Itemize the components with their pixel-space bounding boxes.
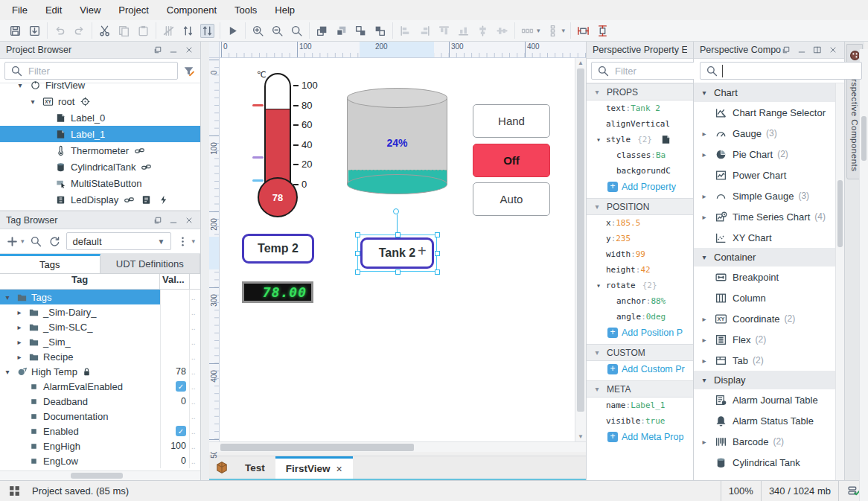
tree-caret-icon[interactable]: ▸ [15,323,24,331]
item-caret-icon[interactable]: ▸ [700,357,709,365]
tree-caret-icon[interactable]: ▾ [28,98,37,106]
property-value[interactable]: true [645,416,666,426]
section-caret-icon[interactable]: ▾ [593,88,601,96]
panel-menu-caret-icon[interactable]: ▾ [191,237,195,245]
item-caret-icon[interactable]: ▸ [700,336,709,344]
section-caret-icon[interactable]: ▾ [700,89,709,97]
bring-forward-icon[interactable] [354,24,368,38]
tag-provider-select[interactable]: default ▼ [66,232,172,250]
project-tree-row[interactable]: ▾XYroot [0,93,200,109]
tree-caret-icon[interactable]: ▾ [3,368,12,376]
paste-icon[interactable] [136,24,150,38]
property-row-name[interactable]: name : Label_1 [587,398,693,413]
minimize-icon[interactable] [797,45,807,55]
component-item[interactable]: ▸Time Series Chart(4) [694,206,844,227]
temp-label-component[interactable]: Temp 2 [242,234,314,264]
scroll-down-icon[interactable]: ▼ [575,432,586,441]
scroll-up-icon[interactable]: ▲ [575,58,586,68]
property-row-backgorundC[interactable]: backgorundC [587,163,693,179]
off-button[interactable]: Off [473,144,550,177]
component-item[interactable]: Chart Range Selector [694,102,844,123]
dropdown-caret-icon[interactable]: ▾ [537,27,540,34]
section-caret-icon[interactable]: ▾ [700,376,709,384]
hand-button[interactable]: Hand [473,104,550,138]
component-item[interactable]: Alarm Status Table [694,410,844,431]
tag-tree-row[interactable]: ▾Tags.. [0,290,200,304]
float-icon[interactable] [153,45,163,55]
save-icon[interactable] [8,24,22,38]
project-tree-row[interactable]: LedDisplay [0,191,200,208]
value-column-header[interactable]: Val... [160,274,190,289]
filter-go-icon[interactable] [182,64,196,78]
close-icon[interactable] [828,45,838,55]
selection-handle[interactable] [435,251,440,256]
tag-tree-row[interactable]: ▸_Sim-Dairy_.. [0,304,200,319]
tree-caret-icon[interactable]: ▸ [15,353,24,361]
project-tree-row[interactable]: CylindricalTank [0,159,200,175]
tag-tree-row[interactable]: EngLow0.. [0,453,200,468]
property-row-visible[interactable]: visible : true [587,413,693,429]
align-left-icon[interactable] [398,24,412,38]
tree-caret-icon[interactable]: ▾ [16,81,25,89]
property-section-position[interactable]: ▾POSITION [587,198,693,215]
grid-menu-icon[interactable] [7,484,22,498]
led-display-component[interactable]: 78.00 [242,281,313,303]
property-row-angle[interactable]: angle : 0deg [587,309,693,325]
align-center-v-icon[interactable] [495,24,509,38]
project-tree-scrollbar[interactable] [859,49,868,501]
copy-icon[interactable] [117,24,131,38]
minimize-icon[interactable] [168,45,179,55]
minimize-icon[interactable] [168,215,179,226]
section-caret-icon[interactable]: ▾ [593,385,601,393]
tag-tree-row[interactable]: Documentation.. [0,409,200,424]
property-value[interactable]: 0deg [646,312,666,322]
property-value[interactable]: 99 [636,249,645,259]
canvas-hscroll-thumb[interactable] [220,444,414,451]
close-tab-icon[interactable]: × [336,463,342,475]
layout-icon[interactable] [812,45,823,55]
redo-icon[interactable] [72,24,86,38]
add-tag-icon[interactable] [5,234,19,249]
menu-view[interactable]: View [71,1,109,19]
component-item[interactable]: Cylindrical Tank [694,452,844,473]
undo-icon[interactable] [53,24,67,38]
property-row-style[interactable]: ▾style{2} [587,132,693,147]
match-height-icon[interactable] [596,24,610,38]
zoom-level[interactable]: 100% [721,481,761,501]
property-section-props[interactable]: ▾PROPS [587,83,693,100]
align-bottom-icon[interactable] [456,24,470,38]
cylindrical-tank-component[interactable]: 24% [347,88,447,204]
menu-component[interactable]: Component [158,1,226,19]
selection-handle[interactable] [355,232,360,237]
item-caret-icon[interactable]: ▸ [700,130,709,138]
zoom-actual-icon[interactable] [290,24,304,38]
component-item[interactable]: Alarm Journal Table [694,389,844,410]
property-row-height[interactable]: height : 42 [587,262,693,278]
components-search-input[interactable] [722,65,857,77]
align-top-icon[interactable] [437,24,451,38]
tag-tree-row[interactable]: ▸_Sim-SLC_.. [0,319,200,334]
section-caret-icon[interactable]: ▾ [700,253,709,261]
snap-disable-icon[interactable] [162,24,176,38]
property-row-y[interactable]: y : 235 [587,231,693,246]
project-tree-row[interactable]: Thermometer [0,142,200,159]
auto-button[interactable]: Auto [473,182,550,216]
tag-tree-row[interactable]: ▸Recipe.. [0,349,200,364]
component-item[interactable]: ▸Tab(2) [694,350,844,371]
property-value[interactable]: Tank 2 [631,103,660,113]
prop-caret-icon[interactable]: ▾ [594,281,603,290]
tag-tree-row[interactable]: Enabled✓.. [0,424,200,438]
property-section-custom[interactable]: ▾CUSTOM [587,344,693,361]
component-item[interactable]: Power Chart [694,165,844,185]
thermometer-component[interactable]: ℃ 78 100806040200 [252,70,349,226]
snap-guides-icon[interactable] [181,24,195,38]
tag-tree-row[interactable]: AlarmEvalEnabled✓.. [0,379,200,394]
splitter-left[interactable] [201,42,209,480]
component-section-container[interactable]: ▾Container [694,248,844,267]
prop-caret-icon[interactable]: ▾ [594,135,603,144]
project-tree-row[interactable]: Label_0 [0,109,200,126]
menu-help[interactable]: Help [266,1,304,19]
add-tag-caret-icon[interactable]: ▾ [21,237,25,245]
property-value[interactable]: Ba [656,150,666,160]
canvas-vscroll-thumb[interactable] [577,68,584,412]
